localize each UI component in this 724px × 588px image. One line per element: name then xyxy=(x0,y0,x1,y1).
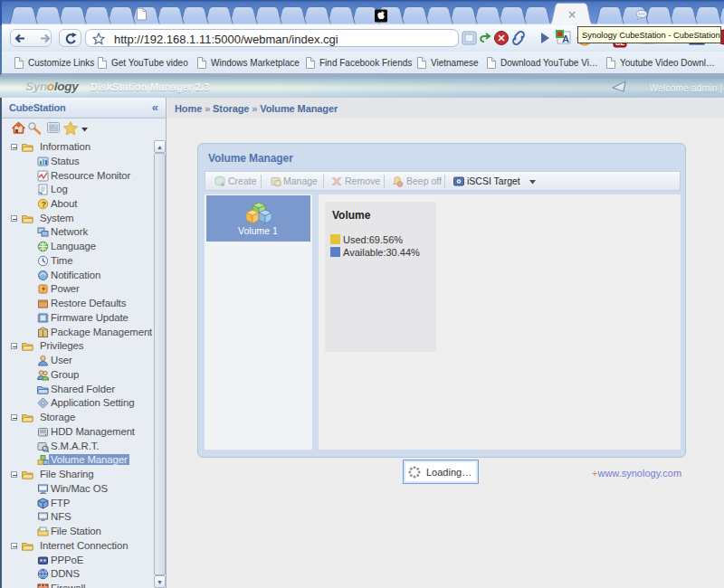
svg-text:?: ? xyxy=(42,200,46,209)
svg-text:A: A xyxy=(562,33,569,44)
